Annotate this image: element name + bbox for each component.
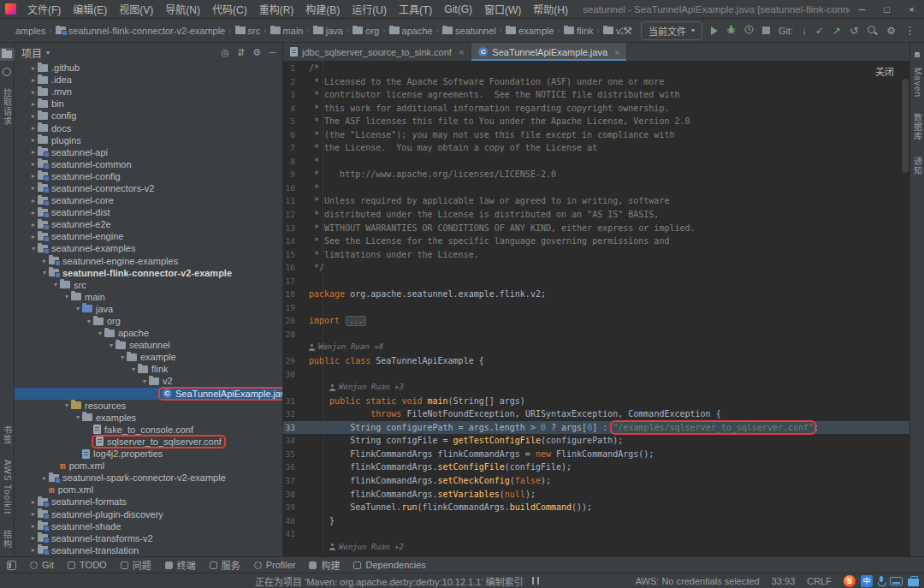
panel-settings-icon[interactable]: ⚙ [252, 47, 261, 58]
code-text[interactable]: * Licensed to the Apache Software Founda… [309, 75, 909, 89]
maximize-button[interactable]: □ [874, 0, 899, 19]
tree-item[interactable]: ▸config [15, 110, 282, 122]
tool-stripe-item[interactable]: 拉取请求 [1, 88, 14, 126]
tree-item[interactable]: ▸seatunnel-shade [15, 520, 282, 532]
tree-item[interactable]: mpom.xml [15, 484, 282, 496]
toolwindow-build[interactable]: 构建 [309, 558, 340, 572]
chevron-icon[interactable]: ▸ [29, 534, 38, 542]
keyboard-icon[interactable] [890, 577, 903, 585]
chevron-icon[interactable]: ▸ [29, 76, 38, 84]
chevron-icon[interactable]: ▸ [29, 197, 38, 205]
menu-item[interactable]: 文件(F) [21, 2, 67, 16]
tree-item[interactable]: ▸.idea [15, 74, 282, 86]
chevron-icon[interactable]: ▾ [74, 305, 82, 312]
tree-item[interactable]: ▸.github [15, 62, 282, 74]
breadcrumb-item[interactable]: java [313, 26, 343, 36]
tree-item[interactable]: fake_to_console.conf [15, 424, 282, 436]
chevron-icon[interactable]: ▸ [29, 184, 38, 192]
chevron-icon[interactable]: ▸ [29, 498, 38, 506]
tool-stripe-item[interactable]: AWS Toolkit [3, 460, 12, 514]
code-text[interactable]: import ... [309, 314, 909, 328]
tree-item[interactable]: ▸seatunnel-core [15, 194, 282, 206]
chevron-icon[interactable]: ▾ [140, 377, 149, 385]
toolwindow-terminal[interactable]: 终端 [165, 558, 196, 572]
breadcrumb-item[interactable]: seatunnel [442, 26, 496, 36]
code-text[interactable]: Wenjun Ruan +3 [309, 381, 909, 395]
code-text[interactable] [309, 328, 909, 342]
toolwindow-services[interactable]: 服务 [210, 558, 240, 572]
tree-item[interactable]: ▸seatunnel-transforms-v2 [15, 532, 282, 544]
settings-icon[interactable]: ⚙ [886, 25, 896, 37]
tree-item[interactable]: ▸seatunnel-dist [15, 206, 282, 218]
code-text[interactable] [309, 527, 909, 541]
tree-item[interactable]: ▾src [15, 279, 282, 291]
chevron-icon[interactable]: ▸ [40, 474, 49, 482]
code-text[interactable]: Wenjun Ruan +2 [309, 541, 909, 555]
code-text[interactable]: throws FileNotFoundException, URISyntaxE… [309, 407, 909, 421]
chevron-icon[interactable]: ▸ [29, 88, 38, 96]
code-text[interactable]: */ [309, 261, 909, 275]
code-text[interactable]: Wenjun Ruan +4 [309, 341, 909, 354]
code-text[interactable]: * http://www.apache.org/licenses/LICENSE… [309, 168, 909, 181]
tree-item[interactable]: ▾main [15, 291, 282, 303]
run-config-selector[interactable]: 当前文件 ▾ [641, 21, 702, 40]
menu-item[interactable]: 代码(C) [206, 2, 253, 16]
sogou-icon[interactable]: S [844, 575, 856, 587]
toolwindow-dependencies[interactable]: Dependencies [353, 560, 425, 570]
tree-item[interactable]: ▾examples [15, 412, 282, 424]
tree-item[interactable]: ▸.mvn [15, 86, 282, 98]
code-text[interactable] [309, 301, 909, 315]
code-text[interactable]: flinkCommandArgs.setCheckConfig(false); [309, 474, 909, 488]
tree-item[interactable]: ▸seatunnel-engine-examples [15, 255, 282, 267]
editor-tab[interactable]: CSeaTunnelApiExample.java× [471, 43, 627, 61]
git-commit-icon[interactable]: ✓ [815, 25, 824, 37]
tree-item[interactable]: ▾java [15, 303, 282, 315]
tree-item[interactable]: ▸seatunnel-config [15, 170, 282, 182]
menu-item[interactable]: 窗口(W) [478, 2, 527, 16]
search-icon[interactable] [867, 25, 878, 36]
chevron-icon[interactable]: ▸ [29, 209, 38, 217]
editor-scrollbar[interactable] [902, 79, 909, 173]
chevron-icon[interactable]: ▾ [96, 330, 104, 337]
menu-item[interactable]: 导航(N) [159, 2, 206, 16]
toolwindow-profiler[interactable]: Profiler [254, 560, 296, 570]
toolwindow-todo[interactable]: TODO [68, 560, 107, 570]
chevron-icon[interactable]: ▸ [29, 112, 38, 120]
code-text[interactable]: public static void main(String[] args) [309, 395, 909, 408]
breadcrumb-item[interactable]: flink [564, 26, 594, 36]
more-options-icon[interactable]: ⋮ [904, 24, 915, 37]
chevron-icon[interactable]: ▸ [29, 124, 38, 132]
toolbox-icon[interactable] [908, 579, 919, 586]
chevron-icon[interactable]: ▸ [29, 510, 38, 518]
chevron-icon[interactable]: ▾ [62, 293, 71, 300]
chevron-icon[interactable]: ▸ [29, 546, 38, 554]
tree-item[interactable]: log4j2.properties [15, 448, 282, 460]
code-text[interactable]: String configurePath = args.length > 0 ?… [309, 421, 909, 435]
tree-item[interactable]: ▾flink [15, 363, 282, 375]
git-push-icon[interactable]: ↗ [832, 25, 841, 37]
tree-item[interactable]: ▾resources [15, 400, 282, 412]
tool-stripe-item[interactable]: 数据库 [911, 113, 924, 141]
code-text[interactable]: FlinkCommandArgs flinkCommandArgs = new … [309, 448, 909, 461]
project-toolwindow-icon[interactable] [2, 50, 12, 58]
tree-item[interactable]: ▾apache [15, 327, 282, 339]
code-text[interactable] [309, 368, 909, 382]
tree-item[interactable]: ▾seatunnel-examples [15, 242, 282, 254]
code-text[interactable]: * The ASF licenses this file to You unde… [309, 115, 909, 128]
maven-toolwindow-icon[interactable]: m [915, 50, 920, 60]
chinese-mode-icon[interactable]: 中 [861, 575, 873, 587]
tree-item[interactable]: ▸seatunnel-translation [15, 544, 282, 556]
close-button[interactable]: × [899, 0, 924, 19]
menu-item[interactable]: 视图(V) [113, 2, 159, 16]
tree-item[interactable]: ▸seatunnel-engine [15, 230, 282, 242]
code-text[interactable]: /* [309, 62, 909, 75]
code-text[interactable]: * WITHOUT WARRANTIES OR CONDITIONS OF AN… [309, 222, 909, 235]
close-tab-icon[interactable]: × [459, 47, 464, 57]
chevron-icon[interactable]: ▸ [29, 100, 38, 108]
tree-item[interactable]: ▾example [15, 351, 282, 363]
code-text[interactable]: * the License. You may obtain a copy of … [309, 141, 909, 155]
tree-item[interactable]: CSeaTunnelApiExample.java [15, 388, 282, 400]
run-button[interactable] [711, 27, 718, 35]
tree-item[interactable]: mpom.xml [15, 460, 282, 472]
tree-item[interactable]: ▸bin [15, 98, 282, 110]
